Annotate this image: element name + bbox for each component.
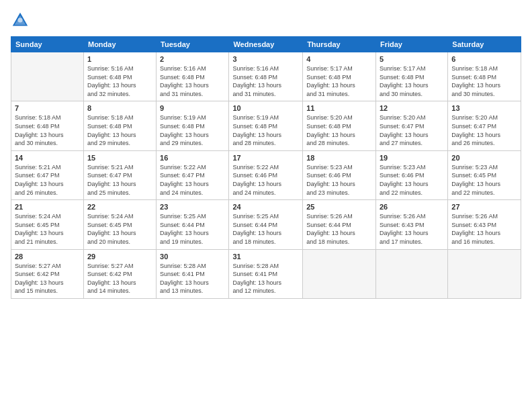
day-info: Sunrise: 5:25 AMSunset: 6:44 PMDaylight:… xyxy=(232,212,299,246)
day-number: 13 xyxy=(451,104,517,112)
day-number: 15 xyxy=(87,154,152,162)
day-number: 6 xyxy=(451,55,517,63)
calendar-cell: 22Sunrise: 5:24 AMSunset: 6:45 PMDayligh… xyxy=(83,200,156,249)
day-number: 12 xyxy=(380,104,444,112)
day-number: 2 xyxy=(160,55,225,63)
weekday-header-cell: Wednesday xyxy=(229,37,303,52)
day-info: Sunrise: 5:27 AMSunset: 6:42 PMDaylight:… xyxy=(87,262,152,295)
calendar-cell: 16Sunrise: 5:22 AMSunset: 6:47 PMDayligh… xyxy=(157,150,229,199)
calendar-cell: 27Sunrise: 5:26 AMSunset: 6:43 PMDayligh… xyxy=(448,200,521,249)
weekday-header-cell: Friday xyxy=(375,37,447,52)
weekday-header-cell: Thursday xyxy=(303,37,376,52)
day-info: Sunrise: 5:25 AMSunset: 6:44 PMDaylight:… xyxy=(160,212,225,246)
calendar-body: 1Sunrise: 5:16 AMSunset: 6:48 PMDaylight… xyxy=(11,52,521,299)
weekday-header-cell: Tuesday xyxy=(157,37,229,52)
calendar-cell: 12Sunrise: 5:20 AMSunset: 6:47 PMDayligh… xyxy=(375,101,447,150)
day-info: Sunrise: 5:23 AMSunset: 6:45 PMDaylight:… xyxy=(451,163,517,197)
day-number: 8 xyxy=(87,104,152,112)
day-info: Sunrise: 5:18 AMSunset: 6:48 PMDaylight:… xyxy=(15,113,80,147)
day-info: Sunrise: 5:26 AMSunset: 6:43 PMDaylight:… xyxy=(451,212,517,246)
day-info: Sunrise: 5:20 AMSunset: 6:47 PMDaylight:… xyxy=(380,113,444,147)
day-info: Sunrise: 5:19 AMSunset: 6:48 PMDaylight:… xyxy=(160,113,225,147)
day-number: 27 xyxy=(451,203,517,211)
calendar-cell: 3Sunrise: 5:16 AMSunset: 6:48 PMDaylight… xyxy=(229,52,303,101)
calendar-cell: 30Sunrise: 5:28 AMSunset: 6:41 PMDayligh… xyxy=(157,249,229,298)
day-number: 24 xyxy=(232,203,299,211)
calendar-cell: 1Sunrise: 5:16 AMSunset: 6:48 PMDaylight… xyxy=(83,52,156,101)
calendar-cell: 8Sunrise: 5:18 AMSunset: 6:48 PMDaylight… xyxy=(83,101,156,150)
day-number: 29 xyxy=(87,253,152,261)
weekday-header-cell: Sunday xyxy=(11,37,84,52)
day-info: Sunrise: 5:17 AMSunset: 6:48 PMDaylight:… xyxy=(306,64,372,98)
calendar-cell: 2Sunrise: 5:16 AMSunset: 6:48 PMDaylight… xyxy=(157,52,229,101)
day-number: 18 xyxy=(306,154,372,162)
calendar-cell: 19Sunrise: 5:23 AMSunset: 6:46 PMDayligh… xyxy=(375,150,447,199)
calendar-cell: 17Sunrise: 5:22 AMSunset: 6:46 PMDayligh… xyxy=(229,150,303,199)
calendar-cell: 15Sunrise: 5:21 AMSunset: 6:47 PMDayligh… xyxy=(83,150,156,199)
day-number: 7 xyxy=(15,104,80,112)
calendar-table: SundayMondayTuesdayWednesdayThursdayFrid… xyxy=(11,36,521,299)
day-number: 10 xyxy=(232,104,299,112)
day-number: 14 xyxy=(15,154,80,162)
day-number: 22 xyxy=(87,203,152,211)
day-info: Sunrise: 5:18 AMSunset: 6:48 PMDaylight:… xyxy=(451,64,517,98)
calendar-week-row: 14Sunrise: 5:21 AMSunset: 6:47 PMDayligh… xyxy=(11,150,521,199)
calendar-cell: 20Sunrise: 5:23 AMSunset: 6:45 PMDayligh… xyxy=(448,150,521,199)
page-header xyxy=(11,11,521,30)
calendar-cell: 14Sunrise: 5:21 AMSunset: 6:47 PMDayligh… xyxy=(11,150,84,199)
day-info: Sunrise: 5:16 AMSunset: 6:48 PMDaylight:… xyxy=(160,64,225,98)
calendar-cell xyxy=(11,52,84,101)
day-info: Sunrise: 5:20 AMSunset: 6:47 PMDaylight:… xyxy=(451,113,517,147)
day-info: Sunrise: 5:24 AMSunset: 6:45 PMDaylight:… xyxy=(87,212,152,246)
svg-point-2 xyxy=(18,18,23,23)
day-info: Sunrise: 5:23 AMSunset: 6:46 PMDaylight:… xyxy=(380,163,444,197)
day-number: 3 xyxy=(232,55,299,63)
day-number: 5 xyxy=(380,55,444,63)
day-number: 31 xyxy=(232,253,299,261)
day-number: 1 xyxy=(87,55,152,63)
calendar-cell: 10Sunrise: 5:19 AMSunset: 6:48 PMDayligh… xyxy=(229,101,303,150)
day-info: Sunrise: 5:18 AMSunset: 6:48 PMDaylight:… xyxy=(87,113,152,147)
day-number: 28 xyxy=(15,253,80,261)
day-info: Sunrise: 5:22 AMSunset: 6:47 PMDaylight:… xyxy=(160,163,225,197)
day-info: Sunrise: 5:16 AMSunset: 6:48 PMDaylight:… xyxy=(87,64,152,98)
day-number: 20 xyxy=(451,154,517,162)
day-number: 25 xyxy=(306,203,372,211)
calendar-cell: 26Sunrise: 5:26 AMSunset: 6:43 PMDayligh… xyxy=(375,200,447,249)
calendar-cell: 23Sunrise: 5:25 AMSunset: 6:44 PMDayligh… xyxy=(157,200,229,249)
day-info: Sunrise: 5:19 AMSunset: 6:48 PMDaylight:… xyxy=(232,113,299,147)
day-number: 19 xyxy=(380,154,444,162)
day-number: 23 xyxy=(160,203,225,211)
calendar-cell: 28Sunrise: 5:27 AMSunset: 6:42 PMDayligh… xyxy=(11,249,84,298)
day-info: Sunrise: 5:28 AMSunset: 6:41 PMDaylight:… xyxy=(232,262,299,295)
weekday-header-cell: Monday xyxy=(83,37,156,52)
calendar-cell: 24Sunrise: 5:25 AMSunset: 6:44 PMDayligh… xyxy=(229,200,303,249)
day-info: Sunrise: 5:23 AMSunset: 6:46 PMDaylight:… xyxy=(306,163,372,197)
weekday-header-cell: Saturday xyxy=(448,37,521,52)
day-info: Sunrise: 5:16 AMSunset: 6:48 PMDaylight:… xyxy=(232,64,299,98)
day-info: Sunrise: 5:21 AMSunset: 6:47 PMDaylight:… xyxy=(15,163,80,197)
calendar-week-row: 1Sunrise: 5:16 AMSunset: 6:48 PMDaylight… xyxy=(11,52,521,101)
calendar-cell: 29Sunrise: 5:27 AMSunset: 6:42 PMDayligh… xyxy=(83,249,156,298)
calendar-cell: 5Sunrise: 5:17 AMSunset: 6:48 PMDaylight… xyxy=(375,52,447,101)
calendar-week-row: 28Sunrise: 5:27 AMSunset: 6:42 PMDayligh… xyxy=(11,249,521,298)
day-info: Sunrise: 5:20 AMSunset: 6:48 PMDaylight:… xyxy=(306,113,372,147)
calendar-cell: 31Sunrise: 5:28 AMSunset: 6:41 PMDayligh… xyxy=(229,249,303,298)
calendar-cell: 18Sunrise: 5:23 AMSunset: 6:46 PMDayligh… xyxy=(303,150,376,199)
day-info: Sunrise: 5:26 AMSunset: 6:44 PMDaylight:… xyxy=(306,212,372,246)
calendar-cell: 21Sunrise: 5:24 AMSunset: 6:45 PMDayligh… xyxy=(11,200,84,249)
calendar-cell: 9Sunrise: 5:19 AMSunset: 6:48 PMDaylight… xyxy=(157,101,229,150)
calendar-cell: 7Sunrise: 5:18 AMSunset: 6:48 PMDaylight… xyxy=(11,101,84,150)
day-info: Sunrise: 5:17 AMSunset: 6:48 PMDaylight:… xyxy=(380,64,444,98)
calendar-cell xyxy=(448,249,521,298)
calendar-week-row: 21Sunrise: 5:24 AMSunset: 6:45 PMDayligh… xyxy=(11,200,521,249)
calendar-cell: 25Sunrise: 5:26 AMSunset: 6:44 PMDayligh… xyxy=(303,200,376,249)
calendar-cell xyxy=(375,249,447,298)
day-number: 9 xyxy=(160,104,225,112)
day-info: Sunrise: 5:28 AMSunset: 6:41 PMDaylight:… xyxy=(160,262,225,295)
day-info: Sunrise: 5:24 AMSunset: 6:45 PMDaylight:… xyxy=(15,212,80,246)
day-info: Sunrise: 5:22 AMSunset: 6:46 PMDaylight:… xyxy=(232,163,299,197)
day-info: Sunrise: 5:21 AMSunset: 6:47 PMDaylight:… xyxy=(87,163,152,197)
day-info: Sunrise: 5:26 AMSunset: 6:43 PMDaylight:… xyxy=(380,212,444,246)
day-info: Sunrise: 5:27 AMSunset: 6:42 PMDaylight:… xyxy=(15,262,80,295)
